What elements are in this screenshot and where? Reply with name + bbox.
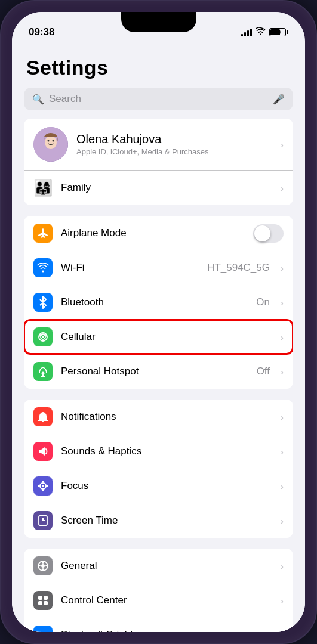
profile-subtitle: Apple ID, iCloud+, Media & Purchases bbox=[76, 147, 272, 156]
svg-point-13 bbox=[42, 485, 44, 487]
notifications-icon bbox=[33, 407, 53, 426]
wifi-value: HT_594C_5G bbox=[207, 262, 270, 274]
cellular-icon bbox=[33, 327, 53, 346]
general-label: General bbox=[61, 560, 272, 572]
search-placeholder: Search bbox=[49, 93, 268, 105]
signal-icon bbox=[241, 28, 252, 36]
general-icon bbox=[33, 556, 53, 575]
phone-frame: 09:38 bbox=[0, 0, 317, 644]
profile-name: Olena Kahujova bbox=[76, 132, 272, 146]
svg-point-2 bbox=[45, 136, 56, 147]
profile-info: Olena Kahujova Apple ID, iCloud+, Media … bbox=[76, 132, 272, 156]
phone-screen: 09:38 bbox=[12, 12, 305, 632]
hotspot-item[interactable]: Personal Hotspot Off › bbox=[24, 354, 293, 389]
wifi-chevron: › bbox=[281, 263, 284, 273]
svg-rect-11 bbox=[39, 450, 41, 453]
hotspot-chevron: › bbox=[281, 367, 284, 377]
wifi-item[interactable]: Wi-Fi HT_594C_5G › bbox=[24, 250, 293, 285]
profile-chevron: › bbox=[281, 140, 284, 150]
screentime-chevron: › bbox=[281, 516, 284, 526]
family-chevron: › bbox=[281, 183, 284, 193]
display-chevron: › bbox=[281, 630, 284, 633]
display-label: Display & Brightness bbox=[61, 629, 272, 632]
search-bar[interactable]: 🔍 Search 🎤 bbox=[24, 88, 293, 110]
svg-rect-18 bbox=[44, 596, 48, 600]
display-item[interactable]: aA Display & Brightness › bbox=[24, 618, 293, 632]
battery-icon: 68 bbox=[269, 28, 288, 36]
svg-rect-19 bbox=[38, 601, 42, 605]
search-bar-container: 🔍 Search 🎤 bbox=[12, 84, 305, 119]
airplane-mode-toggle[interactable] bbox=[253, 224, 284, 243]
profile-group: Olena Kahujova Apple ID, iCloud+, Media … bbox=[12, 119, 305, 216]
profile-item[interactable]: Olena Kahujova Apple ID, iCloud+, Media … bbox=[24, 119, 293, 171]
family-label: Family bbox=[61, 182, 272, 194]
bluetooth-label: Bluetooth bbox=[61, 296, 248, 308]
notifications-chevron: › bbox=[281, 412, 284, 422]
controlcenter-icon bbox=[33, 591, 53, 610]
bluetooth-chevron: › bbox=[281, 298, 284, 308]
screentime-label: Screen Time bbox=[61, 515, 272, 527]
status-icons: 68 bbox=[241, 27, 288, 37]
page-title-area: Settings bbox=[12, 44, 305, 84]
wifi-label: Wi-Fi bbox=[61, 262, 199, 274]
family-icon: 👨‍👩‍👧 bbox=[33, 178, 53, 197]
general-card: General › Control C bbox=[24, 549, 293, 632]
status-bar: 09:38 bbox=[12, 12, 305, 44]
screentime-icon bbox=[33, 511, 53, 530]
status-time: 09:38 bbox=[29, 26, 54, 38]
notifications-item[interactable]: Notifications › bbox=[24, 400, 293, 434]
wifi-icon bbox=[33, 258, 53, 277]
hotspot-icon bbox=[33, 362, 53, 381]
controlcenter-chevron: › bbox=[281, 596, 284, 606]
focus-item[interactable]: Focus › bbox=[24, 469, 293, 503]
sounds-label: Sounds & Haptics bbox=[61, 445, 272, 457]
svg-point-3 bbox=[48, 140, 50, 142]
cellular-label: Cellular bbox=[61, 331, 272, 343]
airplane-mode-label: Airplane Mode bbox=[61, 227, 245, 239]
focus-label: Focus bbox=[61, 480, 272, 492]
hotspot-value: Off bbox=[257, 366, 270, 377]
general-chevron: › bbox=[281, 561, 284, 571]
connectivity-group: Airplane Mode bbox=[12, 216, 305, 400]
svg-rect-17 bbox=[38, 596, 42, 600]
display-icon: aA bbox=[33, 626, 53, 632]
notch bbox=[121, 12, 196, 32]
svg-rect-20 bbox=[44, 601, 48, 605]
bluetooth-item[interactable]: Bluetooth On › bbox=[24, 285, 293, 320]
focus-icon bbox=[33, 476, 53, 496]
screentime-item[interactable]: Screen Time › bbox=[24, 503, 293, 538]
cellular-item[interactable]: Cellular › bbox=[24, 320, 293, 354]
svg-point-4 bbox=[53, 140, 54, 142]
sounds-chevron: › bbox=[281, 447, 284, 457]
page-title: Settings bbox=[26, 56, 291, 79]
connectivity-card: Airplane Mode bbox=[24, 216, 293, 389]
general-item[interactable]: General › bbox=[24, 549, 293, 583]
notifications-label: Notifications bbox=[61, 411, 272, 423]
cellular-chevron: › bbox=[281, 332, 284, 342]
controlcenter-item[interactable]: Control Center › bbox=[24, 583, 293, 618]
notifications-group: Notifications › Sounds & Haptics bbox=[12, 400, 305, 549]
airplane-icon bbox=[33, 224, 53, 243]
general-group: General › Control C bbox=[12, 549, 305, 632]
mic-icon[interactable]: 🎤 bbox=[273, 94, 285, 105]
settings-scroll[interactable]: Settings 🔍 Search 🎤 bbox=[12, 44, 305, 632]
bluetooth-icon bbox=[33, 293, 53, 312]
profile-card: Olena Kahujova Apple ID, iCloud+, Media … bbox=[24, 119, 293, 205]
svg-point-7 bbox=[42, 336, 44, 338]
svg-point-16 bbox=[41, 564, 45, 568]
family-item[interactable]: 👨‍👩‍👧 Family › bbox=[24, 171, 293, 205]
airplane-mode-item[interactable]: Airplane Mode bbox=[24, 216, 293, 250]
hotspot-label: Personal Hotspot bbox=[61, 366, 248, 377]
notifications-card: Notifications › Sounds & Haptics bbox=[24, 400, 293, 538]
sounds-icon bbox=[33, 442, 53, 461]
profile-avatar bbox=[33, 127, 68, 162]
wifi-status-icon bbox=[256, 27, 266, 37]
bluetooth-value: On bbox=[256, 296, 270, 308]
sounds-item[interactable]: Sounds & Haptics › bbox=[24, 434, 293, 469]
search-icon: 🔍 bbox=[32, 94, 44, 105]
controlcenter-label: Control Center bbox=[61, 595, 272, 606]
focus-chevron: › bbox=[281, 481, 284, 491]
